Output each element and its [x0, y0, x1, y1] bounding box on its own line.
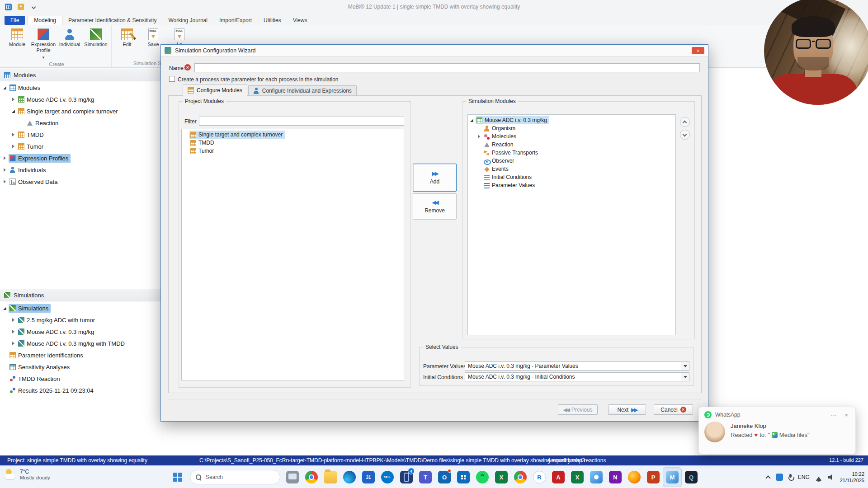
- tree-item-organism[interactable]: Organism: [468, 124, 675, 132]
- taskbar-outlook[interactable]: [435, 467, 454, 487]
- next-button[interactable]: Next: [608, 404, 646, 415]
- language-indicator[interactable]: ENG: [798, 474, 810, 480]
- tree-item-expression-profiles[interactable]: Expression Profiles: [0, 152, 161, 164]
- taskbar-search[interactable]: Search: [190, 470, 280, 484]
- ribbon-individual-button[interactable]: Individual: [57, 27, 82, 47]
- toast-close-icon[interactable]: [843, 412, 850, 418]
- cancel-button[interactable]: Cancel: [654, 404, 693, 415]
- tree-item-individuals[interactable]: Individuals: [0, 164, 161, 176]
- quick-access-dropdown-icon[interactable]: [29, 2, 38, 11]
- start-button[interactable]: [168, 467, 187, 487]
- tree-item-passive-transports[interactable]: Passive Transports: [468, 149, 675, 157]
- tree-item-sensitivity-analyses[interactable]: Sensitivity Analyses: [0, 361, 161, 373]
- menu-tab-views[interactable]: Views: [287, 15, 313, 25]
- taskbar-chrome-profile[interactable]: [511, 467, 530, 487]
- taskbar-calendar[interactable]: [359, 467, 378, 487]
- volume-icon[interactable]: [828, 474, 835, 480]
- tree-item-observed-data[interactable]: Observed Data: [0, 176, 161, 188]
- tree-item-tmdd[interactable]: TMDD: [0, 129, 161, 141]
- expand-arrow-icon[interactable]: [3, 179, 8, 184]
- tree-item-parameter-values[interactable]: Parameter Values: [468, 181, 675, 189]
- taskbar-phone-link[interactable]: 4: [397, 467, 416, 487]
- tree-item-parameter-identifications[interactable]: Parameter Identifications: [0, 349, 161, 361]
- simulations-panel-header[interactable]: Simulations: [0, 289, 162, 301]
- taskbar-onenote[interactable]: [606, 467, 625, 487]
- process-rate-checkbox[interactable]: [169, 76, 175, 82]
- dropdown-arrow-icon[interactable]: [681, 373, 689, 381]
- tree-item-mouse-adc-i-v-0-3-mg-kg[interactable]: Mouse ADC i.v. 0.3 mg/kg: [468, 116, 675, 124]
- add-button[interactable]: Add: [413, 164, 457, 192]
- ribbon-expression-profile-button[interactable]: Expression Profile: [31, 27, 56, 60]
- collapse-arrow-icon[interactable]: [11, 109, 16, 114]
- clock[interactable]: 10:22 21/11/2025: [840, 471, 864, 484]
- tree-item-mouse-adc-i-v-0-3-mg-kg[interactable]: Mouse ADC i.v. 0.3 mg/kg: [0, 326, 161, 338]
- menu-tab-modeling[interactable]: Modeling: [28, 15, 62, 25]
- move-up-button[interactable]: [680, 117, 690, 127]
- tree-item-reaction[interactable]: Reaction: [0, 117, 161, 129]
- tree-item-observer[interactable]: Observer: [468, 157, 675, 165]
- filter-input[interactable]: [199, 117, 404, 126]
- expand-arrow-icon[interactable]: [11, 144, 16, 149]
- taskbar-spotify[interactable]: [473, 467, 492, 487]
- parameter-values-combo[interactable]: Mouse ADC i.v. 0.3 mg/kg - Parameter Val…: [465, 361, 689, 371]
- tree-item-tumor[interactable]: Tumor: [0, 141, 161, 152]
- move-down-button[interactable]: [680, 130, 690, 140]
- tree-item-mouse-adc-i-v-0-3-mg-kg-with-tmdd[interactable]: Mouse ADC i.v. 0.3 mg/kg with TMDD: [0, 338, 161, 349]
- tree-item-2-5-mg-kg-adc-with-tumor[interactable]: 2.5 mg/kg ADC with tumor: [0, 314, 161, 326]
- expand-arrow-icon[interactable]: [3, 168, 8, 173]
- taskbar-chrome[interactable]: [302, 467, 321, 487]
- microphone-icon[interactable]: [788, 474, 793, 481]
- previous-button[interactable]: Previous: [558, 404, 598, 415]
- weather-widget[interactable]: 7°C Mostly cloudy: [5, 469, 50, 480]
- taskbar-excel-2[interactable]: [568, 467, 587, 487]
- tree-item-single-target-and-complex-turnover[interactable]: Single target and complex turnover: [182, 131, 404, 139]
- collapse-arrow-icon[interactable]: [3, 306, 8, 311]
- wifi-icon[interactable]: [815, 473, 822, 482]
- tree-item-events[interactable]: Events: [468, 165, 675, 173]
- taskbar-firefox[interactable]: [625, 467, 644, 487]
- taskbar-powerpoint[interactable]: [644, 467, 663, 487]
- tray-app-icon[interactable]: [776, 474, 783, 481]
- taskbar-amazon-q[interactable]: [682, 467, 701, 487]
- taskbar-mobi[interactable]: [663, 467, 682, 487]
- remove-button[interactable]: Remove: [413, 193, 457, 220]
- menu-tab-working-journal[interactable]: Working Journal: [162, 15, 213, 25]
- taskbar-excel[interactable]: [492, 467, 511, 487]
- tree-item-tumor[interactable]: Tumor: [182, 147, 404, 155]
- tree-item-reaction[interactable]: Reaction: [468, 141, 675, 149]
- taskbar-computer[interactable]: [283, 467, 302, 487]
- taskbar-store[interactable]: [454, 467, 473, 487]
- tree-item-simulations[interactable]: Simulations: [0, 302, 161, 314]
- whatsapp-notification[interactable]: WhatsApp Janneke Klop Reacted ♥ to: " Me…: [698, 407, 856, 455]
- taskbar-acrobat[interactable]: [549, 467, 568, 487]
- modules-panel-header[interactable]: Modules: [0, 69, 162, 81]
- menu-tab-file[interactable]: File: [5, 16, 25, 25]
- taskbar-edge[interactable]: [340, 467, 359, 487]
- expand-arrow-icon[interactable]: [3, 156, 8, 161]
- menu-tab-parameter-identification-sensitivity[interactable]: Parameter Identification & Sensitivity: [62, 15, 162, 25]
- ribbon-module-button[interactable]: Module: [5, 27, 30, 47]
- tab-configure-individual-and-expressions[interactable]: Configure Individual and Expressions: [248, 85, 357, 95]
- expand-arrow-icon[interactable]: [11, 132, 16, 137]
- name-input[interactable]: [194, 63, 700, 72]
- ribbon-simulation-button[interactable]: Simulation: [83, 27, 108, 47]
- expand-arrow-icon[interactable]: [11, 318, 16, 323]
- dialog-titlebar[interactable]: Simulation Configuration Wizard: [161, 45, 708, 56]
- dialog-close-button[interactable]: [692, 47, 704, 54]
- expand-arrow-icon[interactable]: [11, 341, 16, 346]
- tree-item-mouse-adc-i-v-0-3-mg-kg[interactable]: Mouse ADC i.v. 0.3 mg/kg: [0, 94, 161, 105]
- tree-item-single-target-and-complex-turnover[interactable]: Single target and complex turnover: [0, 105, 161, 117]
- hidden-icons-chevron-icon[interactable]: [766, 475, 770, 479]
- tree-item-initial-conditions[interactable]: Initial Conditions: [468, 173, 675, 181]
- taskbar-teams[interactable]: [416, 467, 435, 487]
- taskbar-dell[interactable]: [378, 467, 397, 487]
- ribbon-edit-button[interactable]: Edit: [114, 27, 140, 47]
- tree-item-results-2025-11-21-09-23-04[interactable]: Results 2025-11-21 09:23:04: [0, 385, 161, 396]
- initial-conditions-combo[interactable]: Mouse ADC i.v. 0.3 mg/kg - Initial Condi…: [465, 372, 689, 381]
- taskbar-photos[interactable]: [587, 467, 606, 487]
- menu-tab-utilities[interactable]: Utilities: [258, 15, 287, 25]
- menu-tab-import-export[interactable]: Import/Export: [213, 15, 258, 25]
- taskbar-rstudio[interactable]: [530, 467, 549, 487]
- collapse-arrow-icon[interactable]: [470, 118, 475, 123]
- taskbar-folder[interactable]: [321, 467, 340, 487]
